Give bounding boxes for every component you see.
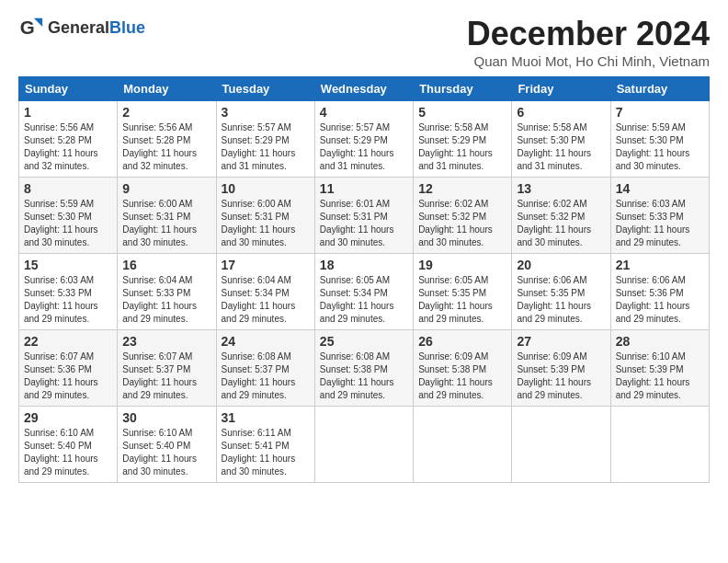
day-number: 1 (24, 105, 112, 120)
calendar-cell: 22Sunrise: 6:07 AMSunset: 5:36 PMDayligh… (19, 330, 118, 407)
day-info: Sunrise: 6:09 AMSunset: 5:39 PMDaylight:… (517, 350, 605, 402)
svg-text:G: G (20, 17, 35, 38)
calendar-cell: 14Sunrise: 6:03 AMSunset: 5:33 PMDayligh… (610, 178, 709, 254)
day-info: Sunrise: 6:03 AMSunset: 5:33 PMDaylight:… (616, 198, 704, 249)
calendar-cell: 18Sunrise: 6:05 AMSunset: 5:34 PMDayligh… (314, 254, 413, 330)
day-info: Sunrise: 5:58 AMSunset: 5:29 PMDaylight:… (418, 121, 506, 173)
calendar-week-row: 1Sunrise: 5:56 AMSunset: 5:28 PMDaylight… (19, 101, 710, 178)
day-number: 12 (418, 181, 506, 196)
logo-general: General (48, 18, 109, 37)
day-number: 14 (616, 181, 704, 196)
calendar-cell: 23Sunrise: 6:07 AMSunset: 5:37 PMDayligh… (118, 330, 216, 407)
calendar-cell: 10Sunrise: 6:00 AMSunset: 5:31 PMDayligh… (216, 178, 314, 254)
day-number: 26 (418, 334, 506, 349)
day-info: Sunrise: 6:01 AMSunset: 5:31 PMDaylight:… (320, 198, 408, 249)
day-info: Sunrise: 5:58 AMSunset: 5:30 PMDaylight:… (517, 121, 605, 173)
calendar-cell: 6Sunrise: 5:58 AMSunset: 5:30 PMDaylight… (512, 101, 610, 178)
day-number: 15 (24, 258, 112, 272)
day-number: 3 (222, 105, 310, 120)
calendar-cell: 8Sunrise: 5:59 AMSunset: 5:30 PMDaylight… (19, 178, 118, 254)
day-number: 13 (517, 181, 605, 196)
day-info: Sunrise: 6:08 AMSunset: 5:38 PMDaylight:… (320, 350, 408, 402)
calendar-cell: 19Sunrise: 6:05 AMSunset: 5:35 PMDayligh… (414, 254, 512, 330)
page-header: G GeneralBlue December 2024 Quan Muoi Mo… (18, 15, 710, 69)
day-info: Sunrise: 5:59 AMSunset: 5:30 PMDaylight:… (616, 121, 704, 173)
day-number: 31 (222, 410, 310, 425)
day-number: 11 (320, 181, 408, 196)
calendar-cell: 25Sunrise: 6:08 AMSunset: 5:38 PMDayligh… (314, 330, 413, 407)
day-info: Sunrise: 6:04 AMSunset: 5:34 PMDaylight:… (222, 274, 310, 326)
day-info: Sunrise: 6:03 AMSunset: 5:33 PMDaylight:… (24, 274, 112, 326)
day-number: 2 (122, 105, 210, 120)
day-info: Sunrise: 6:02 AMSunset: 5:32 PMDaylight:… (517, 198, 605, 249)
day-info: Sunrise: 5:56 AMSunset: 5:28 PMDaylight:… (24, 121, 112, 173)
calendar-cell: 24Sunrise: 6:08 AMSunset: 5:37 PMDayligh… (216, 330, 314, 407)
day-number: 28 (616, 334, 704, 349)
day-number: 9 (122, 181, 210, 196)
calendar-cell: 15Sunrise: 6:03 AMSunset: 5:33 PMDayligh… (19, 254, 118, 330)
calendar-cell: 21Sunrise: 6:06 AMSunset: 5:36 PMDayligh… (610, 254, 709, 330)
calendar-cell: 17Sunrise: 6:04 AMSunset: 5:34 PMDayligh… (216, 254, 314, 330)
day-info: Sunrise: 6:06 AMSunset: 5:36 PMDaylight:… (616, 274, 704, 326)
day-number: 6 (517, 105, 605, 120)
day-info: Sunrise: 6:10 AMSunset: 5:40 PMDaylight:… (122, 427, 210, 478)
day-info: Sunrise: 6:04 AMSunset: 5:33 PMDaylight:… (122, 274, 210, 326)
calendar-cell: 20Sunrise: 6:06 AMSunset: 5:35 PMDayligh… (512, 254, 610, 330)
calendar-cell: 3Sunrise: 5:57 AMSunset: 5:29 PMDaylight… (216, 101, 314, 178)
col-monday: Monday (118, 77, 216, 101)
calendar-cell: 31Sunrise: 6:11 AMSunset: 5:41 PMDayligh… (216, 407, 314, 483)
calendar-cell (512, 407, 610, 483)
calendar-cell (610, 407, 709, 483)
calendar-cell: 1Sunrise: 5:56 AMSunset: 5:28 PMDaylight… (19, 101, 118, 178)
calendar-cell: 26Sunrise: 6:09 AMSunset: 5:38 PMDayligh… (414, 330, 512, 407)
month-title: December 2024 (467, 15, 710, 53)
logo-icon: G (18, 15, 44, 40)
calendar-cell (314, 407, 413, 483)
col-tuesday: Tuesday (216, 77, 314, 101)
day-number: 21 (616, 258, 704, 272)
day-info: Sunrise: 5:56 AMSunset: 5:28 PMDaylight:… (122, 121, 210, 173)
day-info: Sunrise: 5:57 AMSunset: 5:29 PMDaylight:… (320, 121, 408, 173)
calendar-title-section: December 2024 Quan Muoi Mot, Ho Chi Minh… (467, 15, 710, 69)
calendar-cell: 30Sunrise: 6:10 AMSunset: 5:40 PMDayligh… (118, 407, 216, 483)
day-number: 25 (320, 334, 408, 349)
calendar-cell: 2Sunrise: 5:56 AMSunset: 5:28 PMDaylight… (118, 101, 216, 178)
day-info: Sunrise: 6:07 AMSunset: 5:37 PMDaylight:… (122, 350, 210, 402)
calendar-header-row: Sunday Monday Tuesday Wednesday Thursday… (19, 77, 710, 101)
location-title: Quan Muoi Mot, Ho Chi Minh, Vietnam (467, 53, 710, 69)
day-number: 29 (24, 410, 112, 425)
day-info: Sunrise: 6:02 AMSunset: 5:32 PMDaylight:… (418, 198, 506, 249)
day-number: 24 (222, 334, 310, 349)
calendar-cell: 4Sunrise: 5:57 AMSunset: 5:29 PMDaylight… (314, 101, 413, 178)
day-info: Sunrise: 6:07 AMSunset: 5:36 PMDaylight:… (24, 350, 112, 402)
calendar-week-row: 29Sunrise: 6:10 AMSunset: 5:40 PMDayligh… (19, 407, 710, 483)
day-info: Sunrise: 6:10 AMSunset: 5:40 PMDaylight:… (24, 427, 112, 478)
calendar-cell: 11Sunrise: 6:01 AMSunset: 5:31 PMDayligh… (314, 178, 413, 254)
day-number: 7 (616, 105, 704, 120)
day-number: 8 (24, 181, 112, 196)
calendar-week-row: 22Sunrise: 6:07 AMSunset: 5:36 PMDayligh… (19, 330, 710, 407)
day-info: Sunrise: 6:00 AMSunset: 5:31 PMDaylight:… (222, 198, 310, 249)
day-info: Sunrise: 6:08 AMSunset: 5:37 PMDaylight:… (222, 350, 310, 402)
logo: G GeneralBlue (18, 15, 145, 40)
col-friday: Friday (512, 77, 610, 101)
calendar-cell: 7Sunrise: 5:59 AMSunset: 5:30 PMDaylight… (610, 101, 709, 178)
col-wednesday: Wednesday (314, 77, 413, 101)
day-number: 20 (517, 258, 605, 272)
calendar-cell: 16Sunrise: 6:04 AMSunset: 5:33 PMDayligh… (118, 254, 216, 330)
day-info: Sunrise: 6:10 AMSunset: 5:39 PMDaylight:… (616, 350, 704, 402)
day-number: 17 (222, 258, 310, 272)
col-saturday: Saturday (610, 77, 709, 101)
col-thursday: Thursday (414, 77, 512, 101)
day-number: 4 (320, 105, 408, 120)
day-info: Sunrise: 6:00 AMSunset: 5:31 PMDaylight:… (122, 198, 210, 249)
day-number: 22 (24, 334, 112, 349)
col-sunday: Sunday (19, 77, 118, 101)
day-info: Sunrise: 6:11 AMSunset: 5:41 PMDaylight:… (222, 427, 310, 478)
calendar-cell: 28Sunrise: 6:10 AMSunset: 5:39 PMDayligh… (610, 330, 709, 407)
calendar-cell (414, 407, 512, 483)
day-number: 19 (418, 258, 506, 272)
calendar-table: Sunday Monday Tuesday Wednesday Thursday… (18, 76, 710, 483)
day-number: 16 (122, 258, 210, 272)
day-number: 18 (320, 258, 408, 272)
